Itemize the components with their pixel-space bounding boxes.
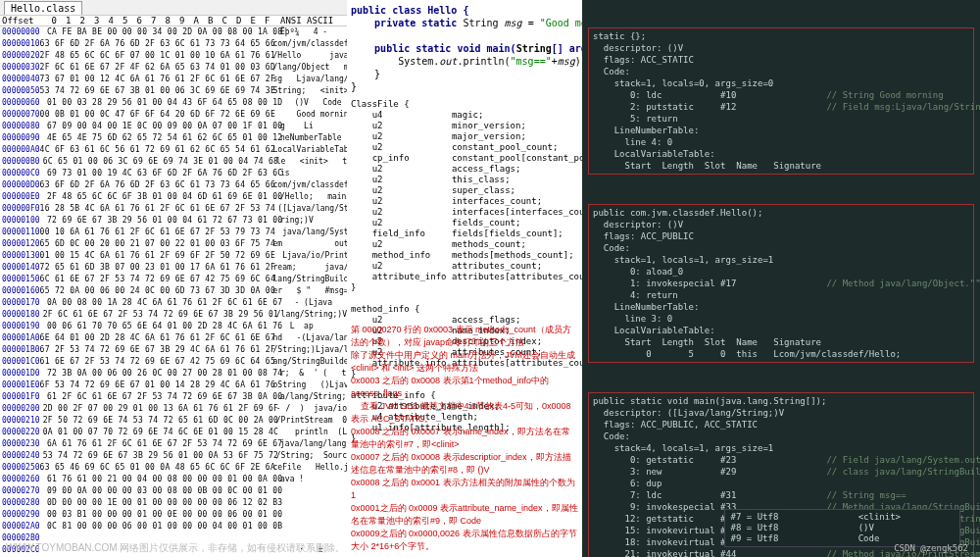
ascii: ()V Code <box>280 97 342 109</box>
ascii: com/jvm/classdef <box>273 38 347 50</box>
hex-row[interactable]: 000000C069 73 01 00 19 4C 63 6F 6D 2F 6A… <box>0 168 347 179</box>
hex-body[interactable]: 00000000CA FE BA BE 00 00 00 34 00 2D 0A… <box>0 26 347 557</box>
hex-row[interactable]: 0000005053 74 72 69 6E 67 3B 01 00 06 3C… <box>0 85 347 97</box>
ascii: ([Ljava/lang/St <box>273 203 347 215</box>
csdn-watermark: CSDN @zengk562 <box>894 542 968 554</box>
hex-bytes: 00 06 61 70 70 65 6E 64 01 00 2D 28 4C 6… <box>47 321 276 332</box>
hex-row[interactable]: 0000014072 65 61 6D 3B 07 00 23 01 00 17… <box>0 262 347 274</box>
hex-row[interactable]: 000001C061 6E 67 2F 53 74 72 69 6E 67 42… <box>0 356 347 368</box>
hex-bytes: 72 69 6E 67 3B 29 56 01 00 04 61 72 67 7… <box>47 215 276 227</box>
offset: 000000B0 <box>0 156 43 168</box>
hex-row[interactable]: 0000007000 0B 01 00 0C 47 6F 6F 64 20 6D… <box>0 109 347 121</box>
hex-bytes: 72 3B 0A 00 06 00 26 0C 00 27 00 28 01 0… <box>47 368 276 380</box>
hex-row[interactable]: 0000019000 06 61 70 70 65 6E 64 01 00 2D… <box>0 321 347 332</box>
hex-bytes: 01 00 15 4C 6A 61 76 61 2F 69 6F 2F 50 7… <box>40 250 270 262</box>
hex-row[interactable]: 0000026061 76 61 00 21 00 04 00 08 00 00… <box>0 474 347 485</box>
hex-bytes: 63 65 46 69 6C 65 01 00 0A 48 65 6C 6C 6… <box>40 462 270 474</box>
offset: 00000270 <box>0 485 47 497</box>
hex-row[interactable]: 000000D063 6F 6D 2F 6A 76 6D 2F 63 6C 61… <box>0 179 347 191</box>
hex-row[interactable]: 0000012065 6D 0C 00 20 00 21 07 00 22 01… <box>0 238 347 250</box>
hex-row[interactable]: 000002002D 00 2F 07 00 29 01 00 13 6A 61… <box>0 403 347 415</box>
hex-row[interactable]: 000001506C 61 6E 67 2F 53 74 72 69 6E 67… <box>0 274 347 285</box>
hex-row[interactable]: 000001E06F 53 74 72 69 6E 67 01 00 14 28… <box>0 380 347 391</box>
offset: 00000220 <box>0 427 43 438</box>
source-panel: public class Hello { private static Stri… <box>347 0 582 557</box>
hex-row[interactable]: 00000000CA FE BA BE 00 00 00 34 00 2D 0A… <box>0 26 347 38</box>
ascii: ream; java/ <box>273 262 347 274</box>
hex-col-5: 5 <box>119 16 133 25</box>
hex-row[interactable]: 0000001063 6F 6D 2F 6A 76 6D 2F 63 6C 61… <box>0 38 347 50</box>
hex-row[interactable]: 0000025063 65 46 69 6C 65 01 00 0A 48 65… <box>0 462 347 474</box>
hex-row[interactable]: 0000013001 00 15 4C 6A 61 76 61 2F 69 6F… <box>0 250 347 262</box>
ascii: nd -(Ljava/lan <box>273 332 347 344</box>
hex-col-F: F <box>261 16 275 25</box>
hex-row[interactable]: 000001B067 2F 53 74 72 69 6E 67 3B 29 4C… <box>0 344 347 356</box>
hex-col-B: B <box>204 16 219 25</box>
hex-col-0: 0 <box>47 16 62 25</box>
source-code: public class Hello { private static Stri… <box>351 4 578 93</box>
hex-row[interactable]: 000002200A 01 00 07 70 72 69 6E 74 6C 6E… <box>0 427 347 438</box>
offset: 000000C0 <box>0 168 47 179</box>
hex-col-D: D <box>232 16 247 25</box>
hex-bytes: 53 74 72 69 6E 67 3B 01 00 06 3C 69 6E 6… <box>40 85 270 97</box>
hex-row[interactable]: 000000A04C 6F 63 61 6C 56 61 72 69 61 62… <box>0 144 347 156</box>
hex-row[interactable]: 000001F061 2F 6C 61 6E 67 2F 53 74 72 69… <box>0 391 347 403</box>
hex-row[interactable]: 000002800D 00 00 00 1E 00 01 00 00 00 00… <box>0 497 347 509</box>
hex-bytes: 0C 81 00 00 00 06 00 01 00 00 00 04 00 0… <box>47 521 276 532</box>
hex-row[interactable]: 000002306A 61 76 61 2F 6C 61 6E 67 2F 53… <box>0 438 347 450</box>
offset: 00000190 <box>0 321 47 332</box>
hex-row[interactable]: 0000008067 09 00 04 00 1E 0C 00 09 00 0A… <box>0 121 347 132</box>
hex-row[interactable]: 000000F016 28 5B 4C 6A 61 76 61 2F 6C 61… <box>0 203 347 215</box>
hex-col-2: 2 <box>75 16 90 25</box>
hex-row[interactable]: 000000904E 65 4E 75 6D 62 65 72 54 61 62… <box>0 132 347 144</box>
annotation-notes: 第 00000270 行的 0x0003 表示 methods_count（成员… <box>351 324 578 553</box>
hex-bytes: 69 73 01 00 19 4C 63 6F 6D 2F 6A 76 6D 2… <box>47 168 276 179</box>
hex-row[interactable]: 000002A00C 81 00 00 00 06 00 01 00 00 00… <box>0 521 347 532</box>
offset: 000000F0 <box>0 203 40 215</box>
file-tab[interactable]: Hello.class <box>4 1 82 15</box>
hex-row[interactable]: 0000027009 00 0A 00 00 00 03 00 08 00 0B… <box>0 485 347 497</box>
hex-bytes: 00 10 6A 61 76 61 2F 6C 61 6E 67 2F 53 7… <box>40 227 270 238</box>
hex-row[interactable]: 000001A06E 64 01 00 2D 28 4C 6A 61 76 61… <box>0 332 347 344</box>
hex-row[interactable]: 000000B06C 65 01 00 06 3C 69 6E 69 74 3E… <box>0 156 347 168</box>
hex-bytes: 0A 00 08 00 1A 28 4C 6A 61 76 61 2F 6C 6… <box>47 297 276 309</box>
offset: 00000040 <box>0 74 40 85</box>
hex-row[interactable]: 000002102F 50 72 69 6E 74 53 74 72 65 61… <box>0 415 347 427</box>
offset: 000001B0 <box>0 344 40 356</box>
hex-row[interactable]: 0000029000 03 B1 00 00 00 01 00 0E 00 00… <box>0 509 347 521</box>
hex-row[interactable]: 000001802F 6C 61 6E 67 2F 53 74 72 69 6E… <box>0 309 347 321</box>
offset: 00000260 <box>0 474 47 485</box>
hex-row[interactable]: 0000011000 10 6A 61 76 61 2F 6C 61 6E 67… <box>0 227 347 238</box>
hex-row[interactable]: 0000010072 69 6E 67 3B 29 56 01 00 04 61… <box>0 215 347 227</box>
hex-row[interactable]: 0000006001 00 03 28 29 56 01 00 04 43 6F… <box>0 97 347 109</box>
ascii: /String; Sourc <box>276 450 347 462</box>
ascii: r; & ' ( t <box>280 368 346 380</box>
hex-bytes: 6C 65 01 00 06 3C 69 6E 69 74 3E 01 00 0… <box>43 156 272 168</box>
ascii: /Hello java <box>273 50 347 62</box>
offset: 00000230 <box>0 438 47 450</box>
hex-row[interactable]: 0000016065 72 0A 00 06 00 24 0C 00 6D 73… <box>0 285 347 297</box>
offset: 00000050 <box>0 85 40 97</box>
hex-bytes: 09 00 0A 00 00 00 03 00 08 00 0B 00 0C 0… <box>47 485 276 497</box>
hex-row[interactable]: 0000024053 74 72 69 6E 67 3B 29 56 01 00… <box>0 450 347 462</box>
offset: 00000080 <box>0 121 47 132</box>
ascii: lang/StringBuild <box>273 274 347 285</box>
javap-constructor: public com.jvm.classdef.Hello(); descrip… <box>588 204 974 363</box>
hex-row[interactable]: 000001700A 00 08 00 1A 28 4C 6A 61 76 61… <box>0 297 347 309</box>
hex-row[interactable]: 000000202F 48 65 6C 6C 6F 07 00 1C 01 00… <box>0 50 347 62</box>
offset: 00000090 <box>0 132 47 144</box>
offset: 00000030 <box>0 62 40 74</box>
ascii: sg Ljava/lang/ <box>273 74 347 85</box>
hex-col-E: E <box>246 16 261 25</box>
javap-static-block: static {}; descriptor: ()V flags: ACC_ST… <box>588 27 974 175</box>
hex-row[interactable]: 000000E02F 48 65 6C 6C 6F 3B 01 00 04 6D… <box>0 191 347 203</box>
ascii: oString ()Ljav <box>273 380 347 391</box>
hex-bytes: 2F 48 65 6C 6C 6F 07 00 1C 01 00 10 6A 6… <box>40 50 270 62</box>
offset: 00000150 <box>0 274 40 285</box>
hex-row[interactable]: 000001D072 3B 0A 00 06 00 26 0C 00 27 00… <box>0 368 347 380</box>
hex-row[interactable]: 000000302F 6C 61 6E 67 2F 4F 62 6A 65 63… <box>0 62 347 74</box>
offset: 000000E0 <box>0 191 47 203</box>
hex-bytes: 61 76 61 00 21 00 04 00 08 00 00 00 01 0… <box>47 474 276 485</box>
hex-row[interactable]: 0000004073 67 01 00 12 4C 6A 61 76 61 2F… <box>0 74 347 85</box>
hex-col-C: C <box>218 16 232 25</box>
